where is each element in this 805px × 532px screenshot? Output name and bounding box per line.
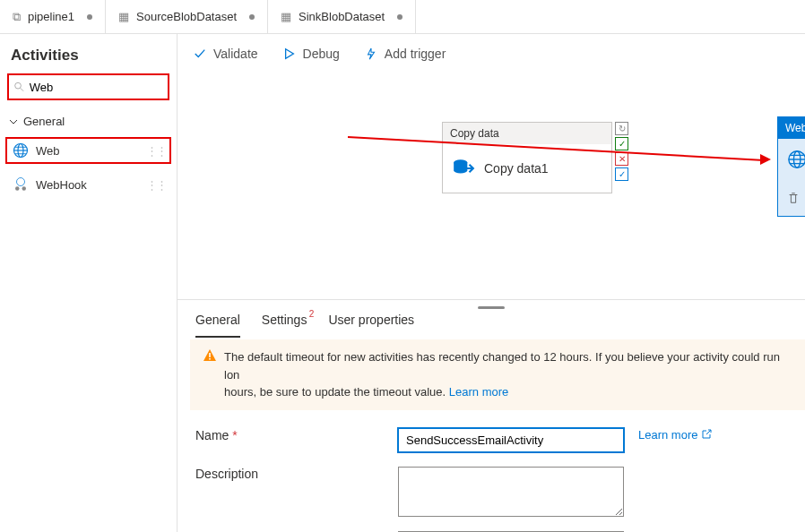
- drag-handle-icon[interactable]: ⋮⋮: [146, 178, 166, 192]
- row-description: Description: [195, 459, 800, 524]
- activity-webhook[interactable]: WebHook ⋮⋮: [7, 171, 169, 198]
- description-label: Description: [195, 467, 398, 481]
- validate-label: Validate: [213, 47, 258, 61]
- add-trigger-button[interactable]: Add trigger: [365, 47, 446, 61]
- fail-connector-icon[interactable]: ✕: [615, 152, 628, 166]
- pipeline-icon: [13, 10, 21, 24]
- warning-icon: [203, 348, 217, 363]
- node-body: Copy data1: [443, 144, 611, 193]
- activities-title-row: Activities: [7, 41, 169, 73]
- node-copy-data[interactable]: Copy data Copy data1: [442, 122, 612, 193]
- activities-search[interactable]: [7, 73, 169, 100]
- database-icon: [452, 157, 475, 180]
- canvas-toolbar: Validate Debug Add trigger: [177, 34, 805, 73]
- tab-sourceblobdataset[interactable]: SourceBlobDataset: [106, 0, 268, 33]
- tab-sinkblobdataset[interactable]: SinkBlobDataset: [268, 0, 416, 33]
- table-icon: [118, 10, 129, 23]
- search-icon: [14, 82, 24, 92]
- settings-badge: 2: [309, 309, 315, 319]
- description-input[interactable]: [398, 467, 624, 517]
- debug-button[interactable]: Debug: [283, 47, 340, 61]
- success-connector-icon[interactable]: ✓: [615, 137, 628, 150]
- activity-label: Web: [36, 144, 60, 158]
- svg-point-5: [17, 178, 25, 186]
- node-body: SendSuccessEmailActivity: [778, 139, 805, 184]
- drag-handle-icon[interactable]: ⋮⋮: [146, 144, 166, 158]
- general-form: Name * Learn more Description Timeout i …: [190, 410, 805, 533]
- node-header: Web: [778, 117, 805, 139]
- tab-general[interactable]: General: [195, 313, 240, 338]
- annotation-arrow-head: [760, 154, 771, 165]
- warning-learn-more-link[interactable]: Learn more: [449, 385, 508, 399]
- group-label: General: [23, 115, 65, 128]
- node-web-activity[interactable]: Web SendSuccessEmailActivity { } ➔: [777, 116, 805, 217]
- node-title: Copy data1: [484, 161, 549, 176]
- modified-dot-icon: [397, 14, 402, 20]
- globe-icon: [787, 148, 805, 171]
- row-timeout: Timeout i: [195, 524, 800, 533]
- node-footer: { } ➔: [778, 184, 805, 216]
- play-icon: [283, 47, 296, 60]
- canvas-body[interactable]: Copy data Copy data1 ↻ ✓ ✕ ✓ Web SendSuc…: [177, 73, 805, 306]
- svg-rect-15: [209, 358, 211, 360]
- tab-settings[interactable]: Settings2: [262, 313, 307, 338]
- debug-label: Debug: [303, 47, 340, 61]
- name-input[interactable]: [398, 428, 624, 452]
- learn-more-link[interactable]: Learn more: [638, 428, 712, 442]
- timeout-warning: The default timeout for new activities h…: [190, 339, 805, 410]
- activities-sidebar: Activities General Web ⋮⋮ WebHook ⋮⋮: [0, 34, 177, 532]
- external-link-icon: [701, 429, 712, 440]
- check-icon: [194, 47, 206, 60]
- node-header: Copy data: [443, 123, 611, 144]
- table-icon: [281, 10, 291, 23]
- complete-connector-icon[interactable]: ✓: [615, 167, 628, 181]
- activity-web[interactable]: Web ⋮⋮: [5, 137, 171, 164]
- delete-icon[interactable]: [787, 192, 800, 204]
- properties-panel: General Settings2 User properties The de…: [177, 299, 805, 532]
- pipeline-canvas: Validate Debug Add trigger Copy data Cop…: [177, 34, 805, 532]
- row-name: Name * Learn more: [195, 421, 800, 459]
- search-input[interactable]: [30, 81, 162, 94]
- validate-button[interactable]: Validate: [194, 47, 258, 61]
- tab-pipeline1[interactable]: pipeline1: [0, 0, 106, 33]
- activity-label: WebHook: [36, 178, 87, 192]
- main-layout: Activities General Web ⋮⋮ WebHook ⋮⋮: [0, 34, 805, 532]
- tab-label: pipeline1: [28, 10, 74, 23]
- modified-dot-icon: [87, 14, 92, 20]
- svg-line-1: [21, 88, 23, 90]
- svg-point-0: [15, 82, 22, 89]
- tab-user-properties[interactable]: User properties: [328, 313, 414, 338]
- warning-text: The default timeout for new activities h…: [224, 348, 792, 401]
- editor-tabs: pipeline1 SourceBlobDataset SinkBlobData…: [0, 0, 805, 34]
- svg-rect-14: [209, 353, 211, 357]
- name-label: Name *: [195, 428, 398, 442]
- modified-dot-icon: [249, 14, 255, 20]
- tab-label: SinkBlobDataset: [299, 10, 385, 23]
- trigger-icon: [365, 47, 377, 60]
- svg-point-6: [15, 186, 20, 191]
- tab-label: SourceBlobDataset: [136, 10, 237, 23]
- chevron-down-icon: [9, 117, 18, 126]
- activities-title: Activities: [11, 47, 79, 64]
- webhook-icon: [13, 176, 29, 193]
- trigger-label: Add trigger: [385, 47, 446, 61]
- globe-icon: [13, 142, 29, 159]
- group-general[interactable]: General: [7, 111, 169, 132]
- svg-point-7: [22, 186, 27, 191]
- skip-connector-icon[interactable]: ↻: [615, 122, 628, 135]
